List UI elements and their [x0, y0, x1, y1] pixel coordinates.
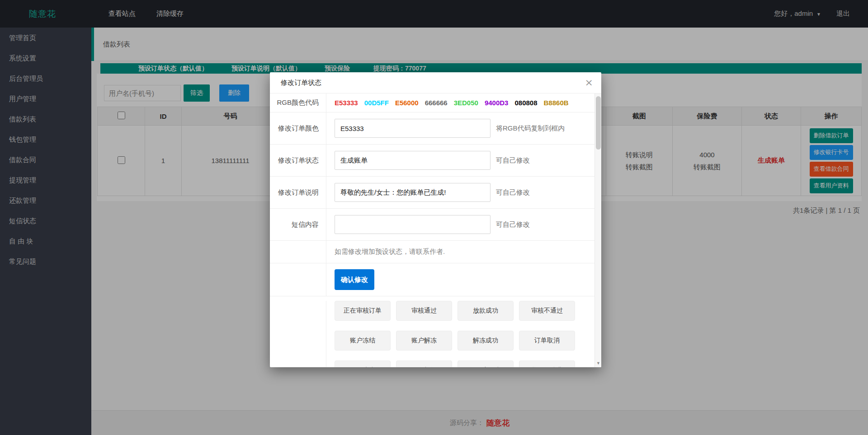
modal-body: RGB颜色代码 E53333 00D5FF E56000 666666 3ED0…: [270, 94, 601, 367]
rgb-code-list: E53333 00D5FF E56000 666666 3ED050 9400D…: [335, 99, 569, 107]
order-desc-row: 修改订单说明 可自己修改: [270, 177, 601, 209]
rgb-code: B8860B: [544, 99, 569, 107]
order-status-input[interactable]: [335, 151, 491, 170]
rgb-code: 666666: [425, 99, 448, 107]
preset-status-button[interactable]: 订单取消: [519, 331, 575, 351]
confirm-row: 确认修改: [270, 263, 601, 296]
preset-status-button[interactable]: 正在打款: [396, 360, 452, 367]
sms-content-hint: 可自己修改: [496, 220, 530, 229]
modal-scrollbar[interactable]: ▼: [594, 94, 601, 367]
rgb-code: 00D5FF: [364, 99, 389, 107]
preset-status-row: 正在审核订单 审核通过 放款成功 审核不通过 账户冻结 账户解冻 解冻成功 订单…: [270, 296, 601, 367]
preset-status-button[interactable]: 信用流水: [335, 360, 391, 367]
rgb-code: 3ED050: [454, 99, 478, 107]
preset-status-grid: 正在审核订单 审核通过 放款成功 审核不通过 账户冻结 账户解冻 解冻成功 订单…: [335, 301, 575, 367]
preset-status-button[interactable]: 收取保险费: [519, 360, 575, 367]
sms-content-row: 短信内容 可自己修改: [270, 209, 601, 241]
modal-titlebar: 修改订单状态 ×: [270, 72, 601, 94]
sms-content-input[interactable]: [335, 215, 491, 234]
rgb-codes-label: RGB颜色代码: [270, 94, 326, 112]
scrollbar-thumb[interactable]: [596, 96, 601, 150]
rgb-code: E53333: [335, 99, 358, 107]
preset-status-button[interactable]: 解冻成功: [458, 331, 514, 351]
page: 随意花 查看站点 清除缓存 您好，admin▼ 退出 管理首页 系统设置 后台管…: [0, 0, 868, 435]
preset-status-button[interactable]: 账户解冻: [396, 331, 452, 351]
scrollbar-down-arrow[interactable]: ▼: [595, 360, 601, 366]
close-icon[interactable]: ×: [585, 78, 593, 88]
order-desc-hint: 可自己修改: [496, 188, 530, 197]
order-desc-input[interactable]: [335, 183, 491, 202]
preset-status-button[interactable]: 银行卡异常: [458, 360, 514, 367]
modal-note-row: 如需修改增加预设状态，请联系作者.: [270, 241, 601, 263]
order-color-row: 修改订单颜色 将RGB代码复制到框内: [270, 112, 601, 145]
preset-status-button[interactable]: 审核不通过: [519, 301, 575, 321]
rgb-code: 080808: [514, 99, 537, 107]
preset-status-button[interactable]: 正在审核订单: [335, 301, 391, 321]
order-status-hint: 可自己修改: [496, 156, 530, 165]
order-color-hint: 将RGB代码复制到框内: [496, 124, 565, 133]
rgb-codes-row: RGB颜色代码 E53333 00D5FF E56000 666666 3ED0…: [270, 94, 601, 112]
preset-status-button[interactable]: 审核通过: [396, 301, 452, 321]
edit-order-status-modal: 修改订单状态 × RGB颜色代码 E53333 00D5FF E56000 66…: [270, 72, 601, 367]
modal-title: 修改订单状态: [281, 79, 585, 87]
preset-status-button[interactable]: 账户冻结: [335, 331, 391, 351]
order-color-input[interactable]: [335, 119, 491, 138]
preset-status-button[interactable]: 放款成功: [458, 301, 514, 321]
order-status-row: 修改订单状态 可自己修改: [270, 145, 601, 177]
confirm-button[interactable]: 确认修改: [335, 269, 374, 290]
modal-note: 如需修改增加预设状态，请联系作者.: [335, 248, 445, 256]
rgb-code: E56000: [395, 99, 419, 107]
rgb-code: 9400D3: [485, 99, 509, 107]
